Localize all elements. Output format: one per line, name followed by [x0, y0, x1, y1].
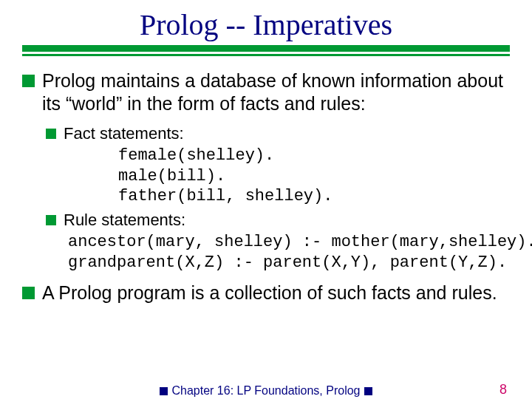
square-bullet-icon [22, 287, 35, 299]
bullet-text: Rule statements: [64, 210, 185, 231]
code-line: ancestor(mary, shelley) :- mother(mary,s… [68, 232, 510, 253]
code-line: grandparent(X,Z) :- parent(X,Y), parent(… [68, 253, 510, 273]
slide-body: Prolog maintains a database of known inf… [0, 69, 532, 304]
square-bullet-icon [46, 215, 56, 225]
code-line: female(shelley). [118, 146, 510, 166]
slide-title: Prolog -- Imperatives [0, 7, 532, 42]
bullet-level2: Fact statements: [46, 123, 510, 145]
footer-text: Chapter 16: LP Foundations, Prolog [172, 384, 361, 398]
page-number: 8 [499, 382, 507, 398]
square-bullet-icon [22, 75, 35, 87]
footer-center: Chapter 16: LP Foundations, Prolog [155, 384, 378, 398]
bullet-level2: Rule statements: [46, 210, 510, 231]
code-line: male(bill). [118, 166, 510, 187]
square-bullet-icon [46, 129, 56, 139]
slide-footer: Chapter 16: LP Foundations, Prolog [0, 384, 532, 398]
square-bullet-icon [364, 387, 372, 395]
bullet-level1: Prolog maintains a database of known inf… [22, 69, 510, 116]
underline-thick [22, 45, 510, 52]
square-bullet-icon [160, 387, 168, 395]
code-line: father(bill, shelley). [118, 186, 510, 207]
slide: Prolog -- Imperatives Prolog maintains a… [0, 7, 532, 399]
underline-thin [22, 54, 510, 56]
bullet-level1: A Prolog program is a collection of such… [22, 282, 510, 304]
bullet-text: A Prolog program is a collection of such… [42, 282, 497, 304]
title-underline [22, 45, 510, 56]
bullet-text: Fact statements: [64, 123, 184, 145]
bullet-text: Prolog maintains a database of known inf… [42, 69, 510, 116]
